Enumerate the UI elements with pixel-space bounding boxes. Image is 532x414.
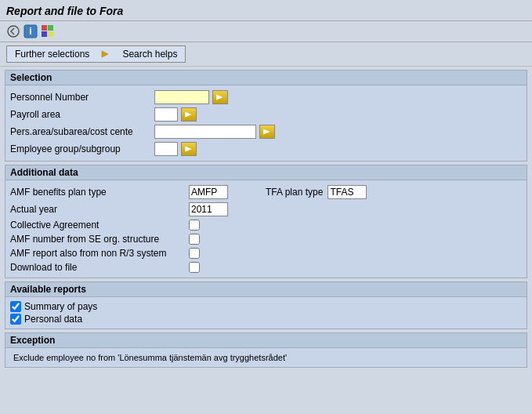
payroll-area-arrow[interactable]: [181, 107, 197, 122]
download-file-row: Download to file: [10, 260, 522, 274]
personal-data-row: Personal data: [10, 313, 522, 325]
amf-number-label: AMF number from SE org. structure: [10, 234, 183, 245]
pers-area-input[interactable]: [154, 125, 256, 139]
svg-rect-6: [48, 31, 53, 37]
amf-number-checkbox[interactable]: [189, 234, 200, 245]
amf-report-checkbox[interactable]: [189, 248, 200, 259]
pers-area-row: Pers.area/subarea/cost cente: [10, 123, 522, 140]
selection-section: Selection Personnel Number Payroll area …: [5, 70, 527, 162]
summary-pays-label: Summary of pays: [24, 301, 97, 312]
svg-marker-11: [185, 146, 191, 151]
svg-rect-5: [42, 31, 47, 37]
payroll-area-label: Payroll area: [10, 109, 151, 120]
additional-body: AMF benefits plan type TFA plan type Act…: [5, 180, 527, 278]
employee-group-row: Employee group/subgroup: [10, 140, 522, 158]
summary-pays-row: Summary of pays: [10, 300, 522, 313]
arrow-separator: [97, 45, 114, 63]
amf-plan-label: AMF benefits plan type: [10, 187, 183, 198]
button-row: Further selections Search helps: [0, 42, 532, 67]
personnel-number-input[interactable]: [154, 90, 209, 104]
svg-marker-8: [216, 94, 223, 100]
exception-header: Exception: [5, 333, 527, 348]
selection-body: Personnel Number Payroll area Pers.area/…: [5, 85, 527, 161]
back-icon[interactable]: [6, 24, 20, 38]
amf-report-label: AMF report also from non R/3 system: [10, 248, 183, 259]
title-bar: Report and file to Fora: [0, 0, 532, 21]
additional-section: Additional data AMF benefits plan type T…: [5, 165, 527, 278]
selection-header: Selection: [5, 71, 527, 85]
tfa-label: TFA plan type: [266, 187, 323, 198]
download-file-checkbox[interactable]: [189, 262, 200, 273]
tfa-input[interactable]: [328, 185, 367, 199]
pers-area-label: Pers.area/subarea/cost cente: [10, 126, 151, 137]
available-reports-body: Summary of pays Personal data: [5, 297, 527, 329]
personal-data-label: Personal data: [24, 314, 82, 325]
amf-report-row: AMF report also from non R/3 system: [10, 246, 522, 260]
info-icon[interactable]: i: [24, 24, 38, 38]
exception-section: Exception Exclude employee no from 'Löne…: [5, 332, 527, 368]
amf-plan-row: AMF benefits plan type TFA plan type: [10, 183, 522, 201]
employee-group-input[interactable]: [154, 142, 178, 156]
personnel-number-arrow[interactable]: [212, 90, 228, 104]
exception-body: Exclude employee no from 'Lönesumma tjän…: [5, 348, 527, 367]
available-reports-section: Available reports Summary of pays Person…: [5, 281, 527, 329]
employee-group-label: Employee group/subgroup: [10, 143, 151, 154]
svg-marker-10: [263, 129, 270, 134]
page-title: Report and file to Fora: [6, 5, 526, 17]
personnel-number-row: Personnel Number: [10, 89, 522, 106]
collective-agreement-checkbox[interactable]: [189, 220, 200, 231]
svg-point-0: [8, 26, 19, 37]
color-icon[interactable]: [41, 24, 55, 38]
personnel-number-label: Personnel Number: [10, 92, 151, 103]
svg-text:i: i: [29, 26, 31, 37]
exception-text: Exclude employee no from 'Lönesumma tjän…: [10, 351, 522, 364]
toolbar: i: [0, 21, 532, 42]
actual-year-row: Actual year: [10, 201, 522, 218]
additional-header: Additional data: [5, 165, 527, 180]
svg-rect-3: [42, 25, 47, 31]
actual-year-input[interactable]: [189, 202, 228, 216]
payroll-area-input[interactable]: [154, 107, 178, 122]
summary-pays-checkbox[interactable]: [10, 301, 21, 312]
available-reports-header: Available reports: [5, 282, 527, 297]
collective-agreement-row: Collective Agreement: [10, 218, 522, 232]
amf-plan-input[interactable]: [189, 185, 228, 199]
personal-data-checkbox[interactable]: [10, 314, 21, 325]
svg-marker-7: [102, 51, 108, 57]
search-helps-button[interactable]: Search helps: [114, 45, 186, 63]
further-selections-button[interactable]: Further selections: [6, 45, 97, 63]
tfa-group: TFA plan type: [266, 185, 367, 199]
amf-number-row: AMF number from SE org. structure: [10, 232, 522, 246]
pers-area-arrow[interactable]: [259, 125, 275, 139]
svg-marker-9: [185, 111, 191, 117]
collective-agreement-label: Collective Agreement: [10, 220, 183, 231]
svg-rect-4: [48, 25, 53, 31]
download-file-label: Download to file: [10, 262, 183, 273]
actual-year-label: Actual year: [10, 204, 183, 215]
payroll-area-row: Payroll area: [10, 106, 522, 123]
employee-group-arrow[interactable]: [181, 142, 197, 156]
